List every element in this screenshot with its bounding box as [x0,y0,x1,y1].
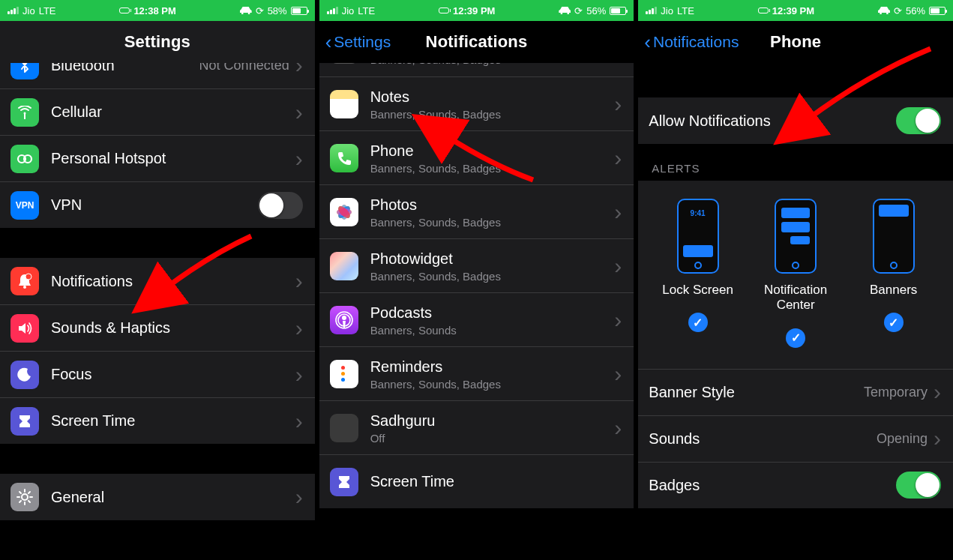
row-bluetooth[interactable]: Bluetooth Not Connected › [0,63,315,88]
clock-label: 12:38 PM [133,5,175,16]
vpn-toggle[interactable] [258,192,303,219]
app-row-phone[interactable]: PhoneBanners, Sounds, Badges › [319,130,634,184]
screentime-icon [10,407,39,436]
app-label: Photos [370,196,615,214]
row-label: General [51,488,295,507]
allow-toggle[interactable] [896,107,941,134]
rotation-lock-icon: ⟳ [894,5,902,16]
hotspot-icon [10,145,39,173]
row-label: Banner Style [649,383,864,402]
chevron-right-icon: › [614,309,622,331]
carplay-icon [559,7,571,14]
alert-style-lockscreen[interactable]: Lock Screen ✓ [649,199,746,348]
banner-preview-icon [873,199,915,274]
nav-bar: Settings [0,21,315,63]
photos-icon [330,198,358,226]
chevron-right-icon: › [614,147,622,169]
app-row-prev[interactable]: Banners, Sounds, Badges › [319,63,634,76]
row-label: Bluetooth [51,63,199,75]
app-label: Podcasts [370,304,615,322]
row-label: Cellular [51,103,295,121]
status-bar: Jio LTE 12:38 PM ⟳ 58% [0,0,315,21]
chevron-right-icon: › [614,93,622,115]
signal-bars-icon [327,7,338,14]
app-row-notes[interactable]: NotesBanners, Sounds, Badges › [319,76,634,130]
hotspot-status-icon [758,7,769,13]
sadhguru-icon [330,414,358,442]
alert-label: Lock Screen [662,283,733,298]
screen-settings: Jio LTE 12:38 PM ⟳ 58% Settings Bluetoot… [0,0,315,560]
alert-label: Banners [870,283,917,298]
chevron-left-icon: ‹ [325,32,332,52]
app-row-photowidget[interactable]: PhotowidgetBanners, Sounds, Badges › [319,238,634,292]
app-label: Photowidget [370,250,615,268]
app-sub: Banners, Sounds, Badges [370,378,615,391]
app-label: Notes [370,88,615,106]
app-label: Sadhguru [370,412,615,430]
alert-style-banners[interactable]: Banners ✓ [845,199,942,348]
badges-toggle[interactable] [896,472,941,499]
row-vpn[interactable]: VPN VPN [0,181,315,228]
clock-label: 12:39 PM [772,5,814,16]
row-label: VPN [51,196,258,214]
app-sub: Off [370,432,615,445]
carplay-icon [878,7,890,14]
alert-label: Notification Center [748,283,844,313]
svg-point-4 [25,274,31,280]
check-icon: ✓ [786,328,805,348]
row-value: Temporary [864,385,928,400]
app-icon [330,63,358,64]
carrier-label: Jio [22,5,35,16]
app-sub: Banners, Sounds, Badges [370,63,615,66]
bluetooth-icon [10,63,39,79]
nav-bar: ‹ Settings Notifications [319,21,634,63]
row-badges[interactable]: Badges [638,462,953,508]
hotspot-status-icon [439,7,449,13]
row-banner-style[interactable]: Banner Style Temporary › [638,369,953,415]
row-focus[interactable]: Focus › [0,351,315,397]
screen-phone-notifications: Jio LTE 12:39 PM ⟳ 56% ‹ Notifications P… [638,0,953,560]
alert-style-nc[interactable]: Notification Center ✓ [748,199,844,348]
focus-icon [10,361,39,389]
chevron-right-icon: › [934,427,941,450]
back-button[interactable]: ‹ Notifications [644,32,739,52]
row-notifications[interactable]: Notifications › [0,258,315,304]
svg-point-0 [24,112,26,114]
sounds-icon [10,314,39,343]
chevron-right-icon: › [295,364,303,386]
app-row-sadhguru[interactable]: SadhguruOff › [319,400,634,454]
row-hotspot[interactable]: Personal Hotspot › [0,135,315,181]
row-cellular[interactable]: Cellular › [0,88,315,135]
row-allow-notifications[interactable]: Allow Notifications [638,97,953,144]
battery-icon [291,7,307,15]
row-screentime[interactable]: Screen Time › [0,397,315,444]
row-sounds[interactable]: Sounds & Haptics › [0,304,315,351]
back-button[interactable]: ‹ Settings [325,32,391,52]
check-icon: ✓ [688,313,708,332]
chevron-right-icon: › [934,381,941,403]
app-row-podcasts[interactable]: PodcastsBanners, Sounds › [319,292,634,346]
screen-notifications: Jio LTE 12:39 PM ⟳ 56% ‹ Settings Notifi… [319,0,634,560]
app-label: Reminders [370,358,615,376]
app-sub: Banners, Sounds, Badges [370,162,615,175]
row-label: Personal Hotspot [51,149,295,168]
row-general[interactable]: General › [0,474,315,520]
podcasts-icon [330,306,358,334]
app-row-reminders[interactable]: RemindersBanners, Sounds, Badges › [319,346,634,400]
chevron-right-icon: › [295,148,303,170]
row-label: Sounds [649,430,877,448]
notes-icon [330,90,358,118]
battery-icon [929,7,946,15]
hotspot-status-icon [119,7,130,13]
app-row-screentime[interactable]: Screen Time [319,454,634,508]
nc-preview-icon [775,199,817,274]
app-label: Phone [370,142,615,160]
rotation-lock-icon: ⟳ [574,5,583,16]
chevron-right-icon: › [295,410,303,433]
row-sounds[interactable]: Sounds Opening › [638,415,953,462]
nav-bar: ‹ Notifications Phone [638,21,953,63]
chevron-right-icon: › [295,486,303,508]
svg-point-3 [23,286,26,289]
app-row-photos[interactable]: PhotosBanners, Sounds, Badges › [319,184,634,238]
chevron-right-icon: › [295,63,303,76]
